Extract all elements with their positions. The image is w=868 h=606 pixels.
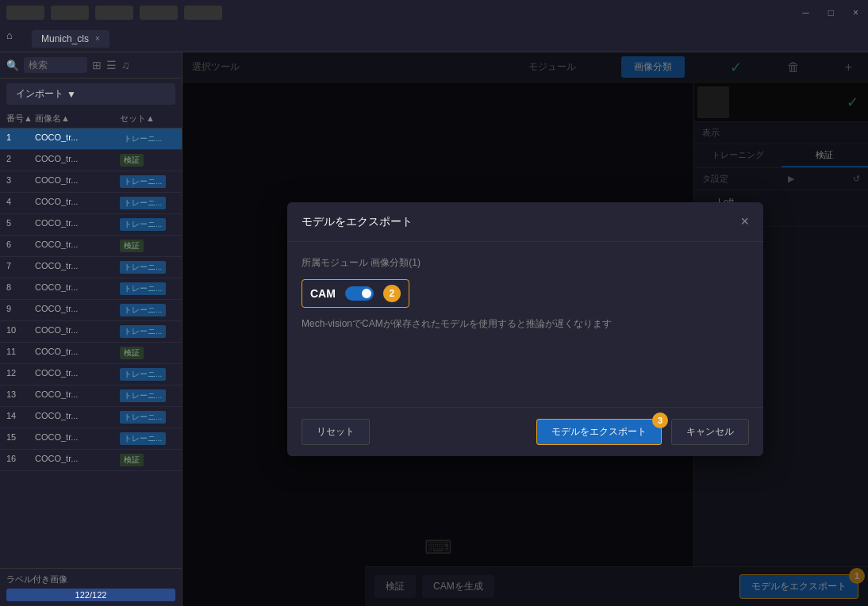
modal-header: モデルをエクスポート ×: [287, 202, 763, 242]
table-row[interactable]: 8 COCO_tr... トレーニ...: [0, 278, 182, 300]
table-body: 1 COCO_tr... トレーニ... 2 COCO_tr... 検証 3 C…: [0, 128, 182, 568]
titlebar-btn-5[interactable]: [184, 6, 222, 20]
modal-footer: リセット モデルをエクスポート 3 キャンセル: [287, 407, 763, 456]
cam-badge: 2: [383, 285, 401, 302]
cancel-button[interactable]: キャンセル: [671, 419, 749, 445]
list-filter-icon[interactable]: ☰: [106, 59, 117, 71]
cam-toggle[interactable]: [345, 286, 374, 301]
search-bar: 🔍 ⊞ ☰ ♫: [0, 52, 182, 79]
cam-label: CAM: [310, 287, 336, 300]
modal-export-badge: 3: [652, 412, 668, 428]
modal-body: 所属モジュール 画像分類(1) CAM 2 Mech-visionでCAMが保存…: [287, 242, 763, 407]
module-label: 所属モジュール 画像分類(1): [301, 256, 749, 270]
table-row[interactable]: 4 COCO_tr... トレーニ...: [0, 193, 182, 214]
col-name: 画像名▲: [35, 113, 120, 125]
titlebar-btn-1[interactable]: [6, 6, 44, 20]
col-id: 番号▲: [6, 113, 35, 125]
maximize-btn[interactable]: □: [825, 7, 837, 18]
col-set: セット▲: [120, 113, 175, 125]
dropdown-icon: ▼: [67, 89, 76, 100]
export-modal: モデルをエクスポート × 所属モジュール 画像分類(1) CAM 2 Mech-…: [287, 202, 763, 456]
table-row[interactable]: 14 COCO_tr... トレーニ...: [0, 407, 182, 428]
progress-bar: 122/122: [6, 589, 175, 601]
left-bottom: ラベル付き画像 122/122: [0, 568, 182, 606]
left-panel: 🔍 ⊞ ☰ ♫ インポート ▼ 番号▲ 画像名▲ セット▲ 1 COCO_tr.…: [0, 52, 182, 606]
window-controls: ─ □ ×: [799, 7, 862, 18]
table-row[interactable]: 1 COCO_tr... トレーニ...: [0, 128, 182, 150]
modal-title: モデルをエクスポート: [301, 215, 413, 229]
modal-export-button[interactable]: モデルをエクスポート: [536, 419, 662, 445]
modal-close-button[interactable]: ×: [740, 213, 749, 230]
titlebar-btn-3[interactable]: [95, 6, 133, 20]
minimize-btn[interactable]: ─: [799, 7, 812, 18]
right-panel: 選択ツール モジュール 画像分類 ✓ 🗑 + ⌨ ✓: [182, 52, 868, 606]
table-row[interactable]: 10 COCO_tr... トレーニ...: [0, 321, 182, 343]
warning-text: Mech-visionでCAMが保存されたモデルを使用すると推論が遅くなります: [301, 317, 749, 331]
table-row[interactable]: 15 COCO_tr... トレーニ...: [0, 428, 182, 450]
tab-munich[interactable]: Munich_cls ×: [32, 30, 109, 48]
home-icon[interactable]: ⌂: [6, 29, 25, 48]
import-button[interactable]: インポート ▼: [6, 83, 175, 105]
search-icon: 🔍: [6, 59, 19, 71]
modal-overlay: モデルをエクスポート × 所属モジュール 画像分類(1) CAM 2 Mech-…: [182, 52, 868, 606]
table-header: 番号▲ 画像名▲ セット▲: [0, 109, 182, 128]
table-row[interactable]: 11 COCO_tr... 検証: [0, 343, 182, 364]
search-input[interactable]: [24, 57, 87, 73]
label-text: ラベル付き画像: [6, 573, 175, 585]
table-row[interactable]: 3 COCO_tr... トレーニ...: [0, 171, 182, 193]
titlebar-btn-4[interactable]: [140, 6, 178, 20]
table-row[interactable]: 9 COCO_tr... トレーニ...: [0, 300, 182, 321]
titlebar-btn-2[interactable]: [51, 6, 89, 20]
reset-button[interactable]: リセット: [301, 419, 370, 445]
tag-filter-icon[interactable]: ♫: [121, 59, 130, 71]
tabbar: ⌂ Munich_cls ×: [0, 25, 868, 52]
tab-label: Munich_cls: [41, 33, 89, 44]
progress-value: 122/122: [75, 590, 107, 600]
cam-row: CAM 2: [301, 279, 409, 308]
titlebar: ─ □ ×: [0, 0, 868, 25]
table-row[interactable]: 13 COCO_tr... トレーニ...: [0, 385, 182, 407]
table-row[interactable]: 12 COCO_tr... トレーニ...: [0, 364, 182, 385]
table-row[interactable]: 2 COCO_tr... 検証: [0, 150, 182, 171]
modal-export-wrapper: モデルをエクスポート 3: [536, 419, 662, 445]
main-layout: 🔍 ⊞ ☰ ♫ インポート ▼ 番号▲ 画像名▲ セット▲ 1 COCO_tr.…: [0, 52, 868, 606]
table-row[interactable]: 6 COCO_tr... 検証: [0, 236, 182, 257]
tab-close-icon[interactable]: ×: [95, 34, 100, 43]
image-filter-icon[interactable]: ⊞: [92, 59, 102, 71]
import-label: インポート: [16, 87, 63, 101]
table-row[interactable]: 5 COCO_tr... トレーニ...: [0, 214, 182, 236]
close-btn[interactable]: ×: [850, 7, 862, 18]
table-row[interactable]: 16 COCO_tr... 検証: [0, 450, 182, 471]
filter-icons: ⊞ ☰ ♫: [92, 59, 130, 71]
table-row[interactable]: 7 COCO_tr... トレーニ...: [0, 257, 182, 278]
